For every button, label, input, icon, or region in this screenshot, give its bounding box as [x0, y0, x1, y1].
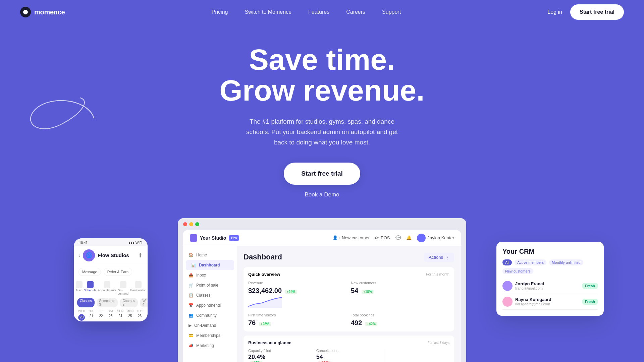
logo-inner-dot: [23, 10, 28, 14]
hero-start-trial-button[interactable]: Start free trial: [284, 163, 360, 185]
sidebar-memberships[interactable]: 💳 Memberships: [183, 330, 237, 341]
crm-tab-active[interactable]: Active members: [515, 259, 546, 265]
cancellations-metric: Cancellations 54 +18%: [316, 349, 382, 362]
crm-tab-all[interactable]: All: [502, 259, 512, 265]
swirl-decoration: [27, 91, 101, 131]
schedule-tab-workshops[interactable]: Workshops 4: [140, 298, 148, 307]
mobile-refer-button[interactable]: Refer & Earn: [104, 268, 132, 276]
nav-careers[interactable]: Careers: [346, 9, 365, 15]
quick-overview-period: For this month: [426, 272, 449, 276]
first-time-label: First time visitors: [248, 313, 347, 317]
crm-user-jordyn: Jordyn Franci franci@mail.com: [502, 281, 544, 291]
login-link[interactable]: Log in: [547, 9, 562, 15]
nav-features[interactable]: Features: [308, 9, 329, 15]
dashboard-window: Your Studio Pro 👤+ New customer 🛍 POS 💬 …: [183, 230, 461, 362]
total-bookings-value: 492: [351, 319, 362, 326]
membership-icon: [135, 281, 142, 288]
brand-logo[interactable]: momence: [20, 7, 65, 17]
mobile-message-button[interactable]: Message: [78, 268, 101, 276]
dot-minimize: [189, 222, 193, 226]
schedule-icon: [87, 281, 94, 288]
hero-title: Save time. Grow revenue.: [219, 44, 424, 106]
crm-tab-new[interactable]: New customers: [502, 268, 533, 274]
crm-tab-monthly[interactable]: Monthly unlimited: [549, 259, 583, 265]
user-profile[interactable]: Jaylon Kenter: [417, 234, 454, 242]
mobile-signal: ●●● WiFi: [128, 241, 142, 245]
crm-avatar-jordyn: [502, 281, 513, 291]
inbox-icon: 📥: [189, 273, 194, 278]
sidebar-appointments[interactable]: 📅 Appointments: [183, 300, 237, 310]
memberships-icon: 💳: [189, 333, 194, 338]
crm-name-rayna: Rayna Korsgaard: [515, 297, 551, 302]
nav-start-trial-button[interactable]: Start free trial: [570, 4, 624, 20]
biz-metrics-row1: Capacity filled 20.4% +15% Cancellations…: [248, 349, 449, 362]
pos-action[interactable]: 🛍 POS: [375, 235, 390, 240]
actions-button[interactable]: Actions ⋮: [424, 253, 454, 262]
crm-member-row-2: Rayna Korsgaard korsgaard@mail.com Fresh: [502, 294, 598, 310]
studio-info: Your Studio Pro: [190, 234, 239, 242]
browser-traffic-lights: [183, 222, 461, 226]
nav-support[interactable]: Support: [382, 9, 401, 15]
new-customer-icon: 👤+: [332, 235, 340, 240]
schedule-tab-semesters[interactable]: Semesters 3: [97, 298, 118, 307]
mobile-calendar: WED THU FRI SAT SUN MON TUE 20 21 22 23 …: [74, 309, 148, 321]
revenue-label: Revenue: [248, 281, 347, 285]
sidebar-dashboard[interactable]: 📊 Dashboard: [186, 260, 234, 270]
schedule-tabs: Classes Semesters 3 Courses 2 Workshops …: [74, 298, 148, 309]
new-customer-action[interactable]: 👤+ New customer: [332, 235, 370, 240]
message-icon[interactable]: 💬: [395, 235, 401, 240]
navigation: momence Pricing Switch to Momence Featur…: [0, 0, 644, 24]
mobile-share-icon[interactable]: ⬆: [138, 252, 143, 259]
mobile-preview: 10:41 ●●● WiFi ‹ 🌀 Flow Studios ⬆ Messag…: [74, 238, 148, 321]
sidebar-inbox[interactable]: 📥 Inbox: [183, 270, 237, 280]
hero-subtitle: The #1 platform for studios, gyms, spas,…: [241, 116, 402, 148]
ondemand-sidebar-icon: ▶: [189, 323, 192, 328]
nav-switch[interactable]: Switch to Momence: [245, 9, 291, 15]
content-header: Dashboard Actions ⋮: [244, 253, 454, 262]
browser-window: Your Studio Pro 👤+ New customer 🛍 POS 💬 …: [178, 218, 466, 362]
crm-email-rayna: korsgaard@mail.com: [515, 302, 551, 306]
crm-email-jordyn: franci@mail.com: [515, 286, 544, 290]
schedule-tab-classes[interactable]: Classes: [77, 298, 95, 307]
logo-icon: [20, 7, 31, 17]
sidebar-ondemand[interactable]: ▶ On-Demand: [183, 320, 237, 330]
mobile-nav-schedule[interactable]: Schedule: [84, 281, 97, 295]
studio-pro-badge: Pro: [229, 235, 239, 241]
crm-status-rayna: Fresh: [582, 299, 598, 305]
user-name: Jaylon Kenter: [428, 235, 454, 240]
mobile-nav-main[interactable]: Main: [76, 281, 83, 295]
metrics-grid: Revenue $23,462.00 +24%: [248, 281, 449, 327]
crm-tabs: All Active members Monthly unlimited New…: [502, 259, 598, 274]
sidebar-home[interactable]: 🏠 Home: [183, 250, 237, 260]
revenue-chart: [248, 295, 282, 308]
crm-avatar-rayna: [502, 297, 513, 307]
mobile-nav-ondemand[interactable]: On-demand: [118, 281, 129, 295]
mobile-back-icon[interactable]: ‹: [78, 252, 80, 258]
crm-member-row-1: Jordyn Franci franci@mail.com Fresh: [502, 278, 598, 294]
mobile-actions: Message Refer & Earn: [74, 265, 148, 279]
biz-glance-card: Business at a glance For last 7 days Cap…: [244, 336, 454, 362]
pos-sidebar-icon: 🛒: [189, 283, 194, 288]
sidebar-marketing[interactable]: 📣 Marketing: [183, 341, 237, 351]
sidebar-community[interactable]: 👥 Community: [183, 310, 237, 320]
first-time-value: 76: [248, 319, 256, 326]
first-time-visitors-metric: First time visitors 76 +28%: [248, 313, 347, 327]
hero-title-line1: Save time.: [249, 43, 395, 76]
schedule-tab-courses[interactable]: Courses 2: [120, 298, 138, 307]
bell-icon[interactable]: 🔔: [406, 235, 412, 240]
mobile-nav-appointments[interactable]: Appointments: [98, 281, 116, 295]
nav-pricing[interactable]: Pricing: [212, 9, 228, 15]
dot-maximize: [195, 222, 199, 226]
crm-user-rayna: Rayna Korsgaard korsgaard@mail.com: [502, 297, 551, 307]
mobile-nav-membership[interactable]: Membership: [130, 281, 147, 295]
hero-title-line2: Grow revenue.: [219, 74, 424, 107]
dashboard-content: Dashboard Actions ⋮ Quick overview For t…: [237, 246, 461, 362]
new-customers-value: 54: [351, 287, 358, 294]
pos-label: POS: [381, 235, 390, 240]
hero-book-demo-link[interactable]: Book a Demo: [305, 191, 339, 198]
total-bookings-metric: Total bookings 492 +42%: [351, 313, 449, 327]
sidebar-pos[interactable]: 🛒 Point of sale: [183, 280, 237, 290]
home-icon: 🏠: [189, 253, 194, 257]
pos-icon: 🛍: [375, 235, 379, 240]
sidebar-classes[interactable]: 📋 Classes: [183, 290, 237, 300]
